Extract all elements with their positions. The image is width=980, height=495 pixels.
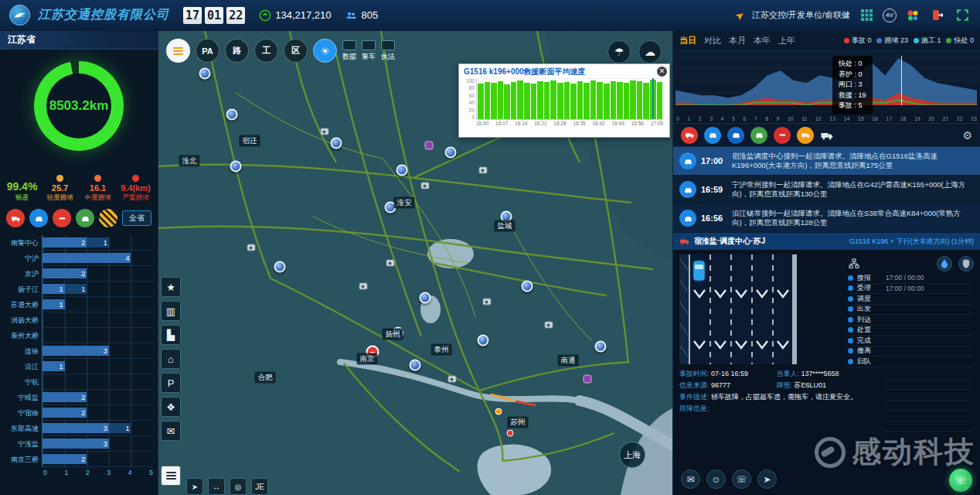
fullscreen-icon[interactable]	[954, 7, 971, 24]
bar-segment[interactable]: 4	[43, 253, 131, 263]
mini-brand-icon[interactable]: JE	[251, 478, 268, 495]
event-row[interactable]: 16:56沿江锡常接到一起清障请求。清障地点在S38常合高速K84+000(常熟…	[673, 204, 980, 233]
event-row[interactable]: 16:59宁沪常州接到一起清障请求。清障地点在G42沪蓉高速K155+000(上…	[673, 176, 980, 204]
tool-parking-icon[interactable]: P	[161, 373, 181, 393]
legend-item[interactable]: 事故 0	[844, 36, 872, 46]
car-filter-icon[interactable]	[750, 127, 767, 144]
tool-favorites-icon[interactable]: ★	[161, 277, 181, 297]
minus-filter-icon[interactable]	[774, 127, 791, 144]
map-marker-icon[interactable]	[199, 68, 211, 80]
timeline-row[interactable]: 出发	[848, 305, 974, 316]
legend-item[interactable]: 施工 1	[914, 36, 941, 46]
camera-icon[interactable]	[421, 183, 430, 189]
map-tool-parking[interactable]: PA	[196, 39, 219, 63]
mini-measure-icon[interactable]: ↔	[208, 478, 225, 495]
apps-grid-icon[interactable]	[858, 7, 875, 24]
bar-segment[interactable]: 3	[43, 439, 109, 449]
map-tool-menu[interactable]	[166, 39, 190, 63]
all-province-button[interactable]: 全省	[122, 210, 151, 226]
bar-segment[interactable]: 1	[87, 237, 109, 248]
camera-icon[interactable]	[386, 260, 395, 267]
map-marker-icon[interactable]	[420, 292, 431, 304]
timeline-row[interactable]: 完成	[848, 336, 974, 346]
tab-当日[interactable]: 当日	[679, 35, 696, 46]
settings-gear-icon[interactable]: ⚙	[962, 129, 972, 142]
warning-event-icon[interactable]	[495, 408, 502, 415]
map-marker-icon[interactable]	[478, 335, 489, 346]
bar-segment[interactable]: 1	[43, 299, 65, 309]
timeline-row[interactable]: 处置	[848, 326, 974, 336]
camera-icon[interactable]	[321, 128, 329, 135]
4v-badge[interactable]: 4V	[883, 9, 897, 22]
rescue-truck-icon[interactable]	[820, 128, 834, 142]
map-marker-icon[interactable]	[410, 360, 421, 371]
truck-filter-icon[interactable]	[681, 127, 698, 144]
map-layer-toggle-enforcement[interactable]: 执法	[381, 40, 395, 62]
bar-segment[interactable]: 2	[43, 408, 87, 418]
droplet-icon[interactable]	[937, 256, 952, 271]
bar-segment[interactable]: 2	[43, 392, 87, 402]
legend-item[interactable]: 拥堵 23	[876, 36, 908, 46]
car-filter-icon[interactable]	[704, 127, 721, 144]
event-row[interactable]: 17:00宿淮盐调度中心接到一起清障请求。清障地点在G1516盐洛高速K196+…	[673, 147, 980, 176]
camera-icon[interactable]	[545, 322, 553, 329]
map-marker-icon[interactable]	[274, 261, 286, 273]
tool-column-chart-icon[interactable]: ▙	[161, 325, 181, 345]
bar-segment[interactable]: 1	[65, 284, 87, 294]
org-chart-icon[interactable]	[848, 258, 860, 270]
weather-cloud-icon[interactable]: ☁	[638, 40, 662, 63]
map-marker-icon[interactable]	[396, 165, 408, 176]
camera-icon[interactable]	[448, 376, 457, 383]
call-button[interactable]: ☏	[949, 469, 972, 492]
map-layer-toggle-data[interactable]: 数据	[342, 40, 356, 62]
camera-icon[interactable]	[359, 283, 368, 290]
timeline-row[interactable]: 受理17:00 / 00:00	[848, 284, 974, 295]
map-tool-roadwork[interactable]: 工	[254, 39, 278, 63]
tab-对比[interactable]: 对比	[704, 35, 721, 46]
map-menu-button[interactable]	[161, 466, 181, 486]
map-marker-icon[interactable]	[595, 341, 607, 353]
map-marker-icon[interactable]	[226, 109, 238, 121]
car-filter-icon[interactable]	[727, 127, 744, 144]
timeline-row[interactable]: 调度	[848, 294, 974, 305]
bar-segment[interactable]: 1	[43, 284, 65, 294]
dispatch-road-info[interactable]: G1516 K196 + 下行(大丰港方向)	[849, 237, 950, 245]
camera-icon[interactable]	[483, 299, 492, 306]
tool-layers-icon[interactable]: ❖	[161, 397, 181, 417]
timeline-row[interactable]: 归队	[848, 357, 974, 367]
phone-icon[interactable]: ☏	[732, 469, 751, 489]
province-map[interactable]: –淮北宿迁淮安盐城扬州南京合肥泰州南通苏州 PA路工区☀数据警车执法 ☂☁ ★▥…	[158, 31, 672, 495]
timeline-row[interactable]: 接报17:00 / 00:00	[848, 273, 974, 284]
map-marker-icon[interactable]	[522, 281, 533, 292]
bar-segment[interactable]: 3	[43, 423, 109, 433]
bar-segment[interactable]: 1	[109, 423, 131, 433]
legend-item[interactable]: 快处 0	[946, 36, 974, 46]
bar-segment[interactable]: 3	[43, 346, 109, 356]
map-layer-toggle-police-car[interactable]: 警车	[362, 40, 376, 62]
bar-segment[interactable]: 2	[43, 237, 87, 248]
patrol-person-icon[interactable]	[584, 375, 592, 384]
truck-filter-icon[interactable]	[6, 209, 25, 227]
minus-filter-icon[interactable]	[53, 209, 71, 227]
tool-home-icon[interactable]: ⌂	[161, 349, 181, 369]
patrol-person-icon[interactable]	[425, 142, 434, 150]
smile-icon[interactable]: ☺	[706, 469, 726, 489]
car-filter-icon[interactable]	[29, 209, 48, 227]
timeline-row[interactable]: 到达	[848, 315, 974, 326]
shield-icon[interactable]	[958, 256, 974, 271]
popup-close-icon[interactable]: ✕	[657, 67, 667, 77]
camera-icon[interactable]	[247, 244, 256, 251]
mini-cursor-icon[interactable]: ➤	[186, 478, 203, 495]
exit-icon[interactable]	[929, 7, 946, 24]
construction-filter-icon[interactable]	[99, 209, 117, 227]
tab-上年[interactable]: 上年	[778, 35, 795, 46]
camera-icon[interactable]	[479, 167, 488, 174]
bar-segment[interactable]: 2	[43, 268, 87, 278]
map-marker-icon[interactable]	[230, 161, 242, 172]
weather-rain-icon[interactable]: ☂	[607, 40, 631, 63]
map-tool-road-monitor[interactable]: 路	[225, 39, 249, 63]
user-breadcrumb[interactable]: 江苏交控/开发单位/俞联健	[752, 9, 850, 21]
truck-filter-icon[interactable]	[797, 127, 814, 144]
bar-segment[interactable]: 1	[43, 361, 65, 371]
timeline-row[interactable]: 撤离	[848, 346, 974, 357]
